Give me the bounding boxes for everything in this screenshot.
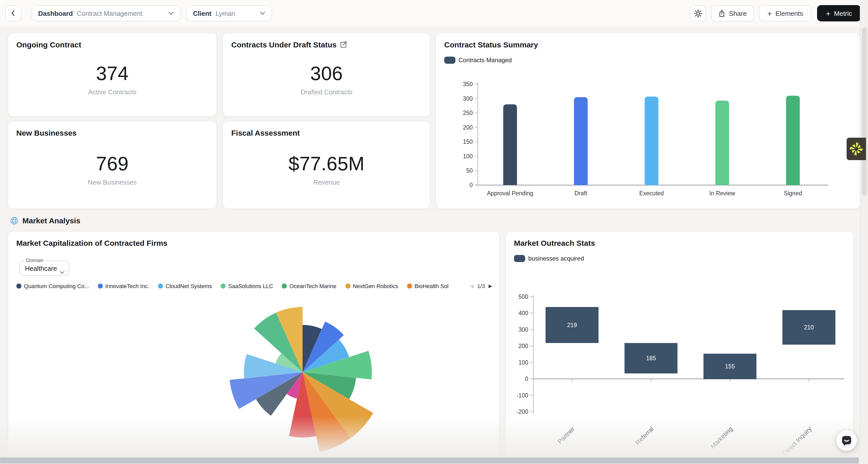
svg-text:350: 350 <box>463 81 473 87</box>
legend-label: InnovateTech Inc. <box>105 283 149 289</box>
contract-status-bar-chart[interactable]: 050100150200250300350Approval PendingDra… <box>441 80 856 204</box>
elements-button-label: Elements <box>776 9 803 17</box>
chevron-left-icon <box>10 10 17 17</box>
vertical-scrollbar[interactable] <box>860 0 868 457</box>
svg-text:Direct Inquiry: Direct Inquiry <box>781 425 813 457</box>
chevron-down-icon <box>60 267 65 277</box>
market-outreach-card: Market Outreach Stats businesses acquire… <box>505 231 854 464</box>
chevron-down-icon <box>255 11 266 15</box>
dashboard-page: Dashboard Contract Management Client Lym… <box>0 0 868 464</box>
svg-text:500: 500 <box>519 293 528 300</box>
contracts-managed-legend[interactable]: Contracts Managed <box>444 57 512 64</box>
svg-text:300: 300 <box>519 326 528 333</box>
legend-dot <box>158 284 163 289</box>
kpi-value: 769 <box>8 153 216 175</box>
share-icon <box>718 9 725 17</box>
domain-select-value: Healthcare <box>25 265 57 272</box>
legend-item[interactable]: InnovateTech Inc. <box>98 283 149 289</box>
kpi-value: 374 <box>8 63 216 85</box>
bar-Executed <box>645 97 658 185</box>
chart-title: Market Outreach Stats <box>514 239 595 247</box>
svg-text:-100: -100 <box>517 392 528 399</box>
bar-Signed <box>786 96 800 185</box>
client-selector[interactable]: Client Lyman <box>186 5 272 22</box>
kpi-card-fiscal-assessment: Fiscal Assessment $77.65M Revenue <box>223 121 430 209</box>
market-capitalization-card: Market Capitalization of Contracted Firm… <box>8 231 500 464</box>
kpi-value: 306 <box>223 63 430 85</box>
globe-icon <box>10 216 18 225</box>
chevron-down-icon <box>163 11 174 15</box>
client-selector-value: Lyman <box>215 9 235 17</box>
kpi-value: $77.65M <box>223 153 430 175</box>
svg-text:150: 150 <box>463 139 473 145</box>
svg-text:200: 200 <box>519 343 528 349</box>
market-analysis-title: Market Analysis <box>23 216 80 225</box>
svg-text:210: 210 <box>804 324 814 331</box>
metric-button-label: Metric <box>834 9 852 17</box>
market-cap-rose-chart[interactable] <box>191 283 416 464</box>
plus-icon: + <box>826 9 831 17</box>
legend-dot <box>98 284 103 289</box>
svg-text:-200: -200 <box>517 408 528 415</box>
share-button-label: Share <box>729 9 746 17</box>
chat-launcher-button[interactable] <box>836 430 857 451</box>
market-outreach-waterfall-chart[interactable]: -200-1000100200300400500219Partner185Ref… <box>511 276 849 464</box>
domain-select[interactable]: Domain Healthcare <box>19 261 69 276</box>
businesses-acquired-legend[interactable]: businesses acquired <box>514 255 584 262</box>
svg-text:100: 100 <box>519 359 528 366</box>
kpi-card-title: Contracts Under Draft Status <box>231 40 337 49</box>
metric-button[interactable]: + Metric <box>817 5 861 22</box>
settings-button[interactable] <box>690 5 706 22</box>
chat-bubble-icon <box>840 434 853 447</box>
svg-text:Executed: Executed <box>639 190 664 197</box>
bar-Draft <box>574 97 588 185</box>
kpi-card-ongoing-contract: Ongoing Contract 374 Active Contracts <box>8 33 217 117</box>
svg-text:400: 400 <box>519 310 528 316</box>
assistant-widget-button[interactable] <box>847 138 866 160</box>
svg-text:In Review: In Review <box>709 190 735 197</box>
kpi-subtitle: Drafted Contracts <box>223 88 430 96</box>
bar-Approval Pending <box>503 104 517 185</box>
kpi-card-title: Ongoing Contract <box>16 40 81 49</box>
elements-button[interactable]: + Elements <box>759 5 811 22</box>
businesses-acquired-chip <box>514 255 525 262</box>
legend-label: Quantum Computing Co... <box>24 283 89 289</box>
svg-text:Draft: Draft <box>574 190 587 197</box>
legend-page-indicator: 1/3 <box>477 283 485 289</box>
svg-text:200: 200 <box>463 124 473 131</box>
svg-text:0: 0 <box>525 376 528 382</box>
legend-next-icon[interactable]: ▶ <box>489 284 492 288</box>
kpi-subtitle: Revenue <box>223 178 430 186</box>
dashboard-selector[interactable]: Dashboard Contract Management <box>32 5 180 22</box>
legend-prev-icon[interactable]: ◀ <box>470 284 474 288</box>
svg-text:Approval Pending: Approval Pending <box>487 190 533 197</box>
svg-text:Referral: Referral <box>634 425 655 446</box>
kpi-card-contracts-under-draft: Contracts Under Draft Status 306 Drafted… <box>223 33 430 117</box>
horizontal-scrollbar[interactable] <box>0 457 868 464</box>
chart-title: Market Capitalization of Contracted Firm… <box>16 239 167 247</box>
client-selector-label: Client <box>193 9 211 17</box>
pinwheel-asterisk-icon <box>849 141 864 156</box>
back-button[interactable] <box>5 5 21 22</box>
external-link-icon[interactable] <box>340 41 347 48</box>
svg-text:300: 300 <box>463 95 473 102</box>
svg-text:Partner: Partner <box>556 425 576 445</box>
legend-label: BioHealth Sol <box>415 283 448 289</box>
kpi-card-new-businesses: New Businesses 769 New Businesses <box>8 121 217 209</box>
businesses-acquired-label: businesses acquired <box>528 255 584 262</box>
kpi-card-title: New Businesses <box>16 128 77 137</box>
kpi-subtitle: Active Contracts <box>8 88 216 96</box>
market-analysis-section-header: Market Analysis <box>10 216 80 225</box>
contracts-managed-chip <box>444 57 455 64</box>
svg-text:50: 50 <box>466 167 473 174</box>
vertical-scrollbar-thumb[interactable] <box>862 28 867 196</box>
svg-text:155: 155 <box>725 363 735 370</box>
legend-item[interactable]: Quantum Computing Co... <box>16 283 89 289</box>
horizontal-scrollbar-thumb[interactable] <box>0 457 859 463</box>
dashboard-selector-value: Contract Management <box>77 9 143 17</box>
svg-text:250: 250 <box>463 110 473 116</box>
legend-pager: ◀ 1/3 ▶ <box>470 283 492 289</box>
svg-text:219: 219 <box>567 322 577 328</box>
plus-icon: + <box>767 9 772 17</box>
share-button[interactable]: Share <box>711 5 754 22</box>
